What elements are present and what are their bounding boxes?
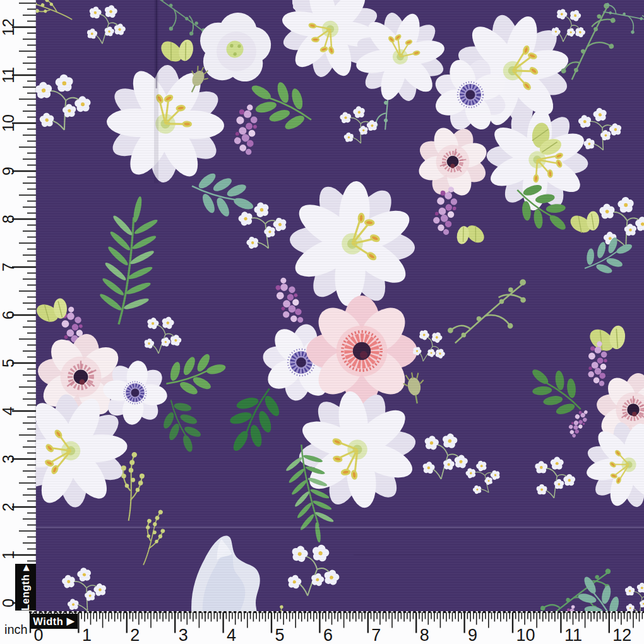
length-inch-number: 6: [0, 311, 17, 319]
width-label-tab: Width ▶: [30, 614, 78, 629]
length-inch-number: 0: [0, 599, 17, 607]
width-inch-number: 7: [371, 626, 381, 644]
length-inch-number: 11: [0, 67, 17, 83]
length-inch-number: 7: [0, 263, 17, 271]
width-label: Width: [33, 616, 63, 627]
width-inch-number: 10: [516, 626, 535, 644]
width-inch-number: 11: [564, 626, 582, 644]
width-inch-number: 4: [227, 626, 236, 644]
width-inch-number: 6: [323, 626, 333, 644]
width-inch-number: 8: [420, 626, 429, 644]
fabric-weave-texture: [0, 0, 644, 611]
length-inch-number: 8: [0, 215, 17, 224]
length-inch-number: 2: [0, 503, 17, 511]
width-inch-number: 3: [179, 626, 188, 644]
length-inch-number: 4: [0, 407, 17, 415]
width-inch-number: 9: [468, 626, 477, 644]
length-inch-number: 3: [0, 455, 17, 463]
width-inch-number: 12: [612, 626, 631, 644]
unit-label: inch: [4, 623, 28, 637]
fabric-print: [0, 0, 644, 611]
length-inch-number: 5: [0, 359, 17, 367]
width-inch-number: 1: [82, 626, 92, 644]
fabric-swatch-photo: 0123456789101112 0123456789101112 Length…: [0, 0, 644, 644]
length-inch-number: 10: [0, 114, 17, 132]
length-inch-number: 9: [0, 167, 17, 176]
length-label: Length: [20, 574, 31, 611]
horizontal-ruler: 0123456789101112: [0, 611, 644, 644]
length-label-tab: Length ▶: [15, 564, 36, 611]
vertical-ruler: 0123456789101112: [0, 0, 36, 611]
length-inch-number: 12: [0, 18, 17, 36]
arrow-right-icon: ▶: [67, 615, 75, 626]
width-inch-number: 5: [275, 626, 285, 644]
width-inch-number: 2: [130, 626, 140, 644]
length-inch-number: 1: [0, 551, 17, 559]
arrow-right-icon: ▶: [21, 564, 30, 571]
